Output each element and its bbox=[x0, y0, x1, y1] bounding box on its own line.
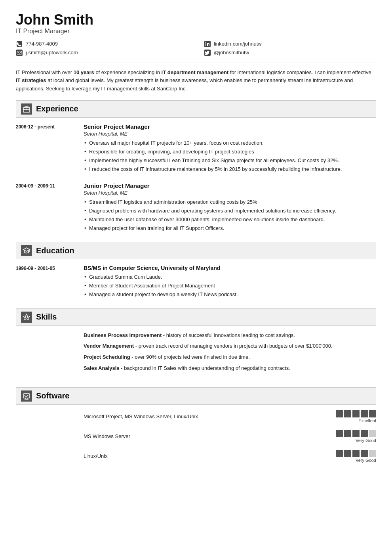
job-title: IT Project Manager bbox=[16, 28, 376, 35]
exp2-content: Junior Project Manager Seton Hospital, M… bbox=[84, 182, 376, 233]
exp1-date: 2006-12 - present bbox=[16, 123, 77, 174]
skills-list: Business Process Improvement - history o… bbox=[84, 331, 376, 375]
exp1-company: Seton Hospital, ME bbox=[84, 131, 376, 137]
rating-bars-3 bbox=[336, 450, 376, 457]
bar bbox=[344, 450, 351, 457]
exp2-company: Seton Hospital, ME bbox=[84, 190, 376, 196]
skill-4: Sales Analysis - background in IT Sales … bbox=[84, 364, 376, 373]
bar bbox=[344, 410, 351, 417]
list-item: Oversaw all major hospital IT projects f… bbox=[84, 139, 376, 147]
list-item: Responsible for creating, improving, and… bbox=[84, 148, 376, 156]
edu1-degree: BS/MS in Computer Science, University of… bbox=[84, 265, 376, 271]
software-item-3: Linux/Unix Very Good bbox=[84, 450, 376, 463]
bar bbox=[369, 410, 376, 417]
bar bbox=[361, 450, 368, 457]
contact-linkedin: linkedin.com/johnutw bbox=[204, 40, 376, 48]
software-name-1: Microsoft Project, MS Windows Server, Li… bbox=[84, 413, 198, 419]
contact-email: j.smith@uptowork.com bbox=[16, 49, 188, 56]
contact-phone: 774-987-4009 bbox=[16, 40, 188, 48]
experience-entry-1: 2006-12 - present Senior Project Manager… bbox=[16, 123, 376, 174]
skills-title: Skills bbox=[36, 312, 57, 322]
bar bbox=[352, 430, 360, 437]
bar bbox=[352, 410, 360, 417]
rating-label-1: Excellent bbox=[358, 418, 376, 423]
rating-label-3: Very Good bbox=[356, 458, 376, 463]
experience-title: Experience bbox=[36, 104, 78, 113]
rating-bars-1 bbox=[336, 410, 376, 417]
exp2-bullets: Streamlined IT logistics and administrat… bbox=[84, 198, 376, 233]
bar bbox=[336, 410, 343, 417]
software-title: Software bbox=[36, 391, 69, 400]
software-name-3: Linux/Unix bbox=[84, 453, 108, 459]
list-item: Implemented the highly successful Lean T… bbox=[84, 157, 376, 165]
software-rating-2: Very Good bbox=[336, 430, 376, 443]
edu1-content: BS/MS in Computer Science, University of… bbox=[84, 265, 376, 299]
resume-header: John Smith IT Project Manager 774-987-40… bbox=[16, 12, 376, 56]
email-icon bbox=[16, 49, 23, 56]
rating-label-2: Very Good bbox=[356, 438, 376, 443]
bar bbox=[361, 410, 368, 417]
skills-icon bbox=[21, 312, 32, 323]
exp1-role: Senior Project Manager bbox=[84, 123, 376, 130]
phone-icon bbox=[16, 40, 23, 48]
software-items: Microsoft Project, MS Windows Server, Li… bbox=[84, 410, 376, 470]
exp2-date: 2004-09 - 2006-11 bbox=[16, 182, 77, 233]
svg-line-18 bbox=[25, 395, 26, 397]
svg-rect-8 bbox=[25, 106, 28, 108]
list-item: Maintained the user database of over 300… bbox=[84, 216, 376, 224]
edu1-date: 1996-09 - 2001-05 bbox=[16, 265, 77, 299]
bar-empty bbox=[369, 450, 376, 457]
svg-line-19 bbox=[26, 395, 29, 397]
contact-grid: 774-987-4009 linkedin.com/johnutw bbox=[16, 40, 376, 56]
list-item: Managed a student project to develop a w… bbox=[84, 291, 376, 299]
exp2-role: Junior Project Manager bbox=[84, 182, 376, 189]
bar bbox=[344, 430, 351, 437]
exp1-content: Senior Project Manager Seton Hospital, M… bbox=[84, 123, 376, 174]
bar bbox=[336, 430, 343, 437]
education-entry-1: 1996-09 - 2001-05 BS/MS in Computer Scie… bbox=[16, 265, 376, 299]
software-rows: Microsoft Project, MS Windows Server, Li… bbox=[16, 410, 376, 470]
svg-rect-14 bbox=[23, 394, 30, 398]
edu1-bullets: Graduated Summa Cum Laude. Member of Stu… bbox=[84, 273, 376, 299]
education-title: Education bbox=[36, 246, 74, 255]
software-section: Software Microsoft Project, MS Windows S… bbox=[16, 387, 376, 470]
education-section: Education 1996-09 - 2001-05 BS/MS in Com… bbox=[16, 242, 376, 299]
svg-rect-2 bbox=[206, 43, 206, 46]
svg-rect-11 bbox=[26, 109, 27, 110]
software-left-spacer bbox=[16, 410, 77, 470]
experience-section: Experience 2006-12 - present Senior Proj… bbox=[16, 100, 376, 233]
svg-point-13 bbox=[25, 316, 28, 318]
list-item: Member of Student Association of Project… bbox=[84, 282, 376, 290]
exp1-bullets: Oversaw all major hospital IT projects f… bbox=[84, 139, 376, 174]
experience-entry-2: 2004-09 - 2006-11 Junior Project Manager… bbox=[16, 182, 376, 233]
skill-1: Business Process Improvement - history o… bbox=[84, 331, 376, 340]
software-icon bbox=[21, 390, 32, 402]
skill-2: Vendor Management - proven track record … bbox=[84, 342, 376, 350]
linkedin-icon bbox=[204, 40, 211, 48]
bar bbox=[361, 430, 368, 437]
list-item: Diagnosed problems with hardware and ope… bbox=[84, 207, 376, 215]
software-item-2: MS Windows Server Very Good bbox=[84, 430, 376, 443]
name: John Smith bbox=[16, 12, 376, 28]
experience-header: Experience bbox=[16, 100, 376, 118]
bar bbox=[336, 450, 343, 457]
contact-twitter: @johnsmithutw bbox=[204, 49, 376, 56]
skills-entry: Business Process Improvement - history o… bbox=[16, 331, 376, 379]
skill-3: Project Scheduling - over 90% of project… bbox=[84, 353, 376, 362]
software-item-1: Microsoft Project, MS Windows Server, Li… bbox=[84, 410, 376, 423]
software-header: Software bbox=[16, 387, 376, 405]
software-rating-3: Very Good bbox=[336, 450, 376, 463]
education-header: Education bbox=[16, 242, 376, 259]
software-name-2: MS Windows Server bbox=[84, 433, 130, 439]
list-item: Managed project for lean training for al… bbox=[84, 224, 376, 232]
svg-point-3 bbox=[206, 42, 206, 42]
twitter-icon bbox=[204, 49, 211, 56]
list-item: Streamlined IT logistics and administrat… bbox=[84, 198, 376, 206]
bar bbox=[352, 450, 360, 457]
skills-header: Skills bbox=[16, 308, 376, 326]
summary-section: IT Professional with over 10 years of ex… bbox=[16, 63, 376, 93]
software-rating-1: Excellent bbox=[336, 410, 376, 423]
bar-empty bbox=[369, 430, 376, 437]
education-icon bbox=[21, 245, 32, 256]
rating-bars-2 bbox=[336, 430, 376, 437]
